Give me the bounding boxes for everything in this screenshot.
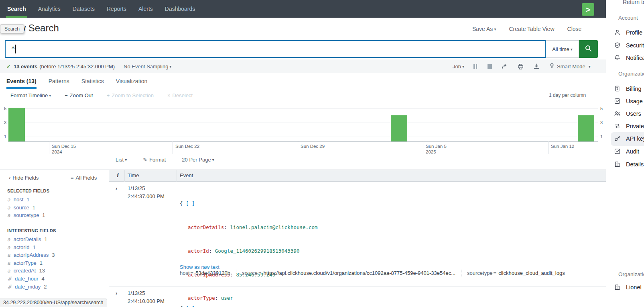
export-button[interactable] — [533, 63, 540, 70]
time-range-label: All time — [552, 46, 569, 52]
results-tabs: Events (13) Patterns Statistics Visualiz… — [0, 73, 606, 89]
usage-chart-icon — [614, 98, 621, 104]
menu-item-profile[interactable]: Profile — [614, 29, 642, 36]
nav-item-search[interactable]: Search — [7, 0, 26, 18]
building-icon — [614, 161, 621, 168]
meta-source-value[interactable]: https://api.clickhouse.cloud/v1/organiza… — [264, 270, 455, 276]
y-tick-label-right: 5 — [600, 106, 606, 111]
y-tick-label: 1 — [1, 134, 6, 139]
field-item-host[interactable]: ahost1 — [7, 196, 45, 204]
create-table-view-button[interactable]: Create Table View — [509, 26, 554, 32]
event-sampling-dropdown[interactable]: No Event Sampling▾ — [124, 63, 171, 70]
timeline-bar[interactable] — [578, 115, 594, 141]
menu-item-notifications[interactable]: Notifications — [614, 54, 644, 61]
nav-item-alerts[interactable]: Alerts — [138, 0, 153, 18]
search-query-input[interactable]: * — [5, 40, 546, 58]
app-nav: Search Analytics Datasets Reports Alerts… — [0, 0, 606, 18]
tab-patterns[interactable]: Patterns — [49, 73, 69, 89]
field-item-source[interactable]: asource1 — [7, 204, 45, 212]
menu-item-details[interactable]: Details — [614, 161, 644, 168]
caret-down-icon: ▾ — [212, 158, 214, 162]
tab-visualization[interactable]: Visualization — [116, 73, 147, 89]
nav-label: Analytics — [38, 6, 61, 12]
print-button[interactable] — [517, 63, 524, 70]
building-icon — [614, 284, 621, 291]
tab-events[interactable]: Events (13) — [6, 73, 37, 89]
nav-label: Dashboards — [165, 6, 195, 12]
list-view-dropdown[interactable]: List▾ — [116, 157, 127, 163]
nav-item-reports[interactable]: Reports — [107, 0, 126, 18]
expand-row-icon[interactable]: › — [116, 290, 117, 296]
events-table-header: i Time Event — [109, 170, 606, 182]
expand-row-icon[interactable]: › — [116, 185, 117, 191]
hide-fields-button[interactable]: ‹Hide Fields — [9, 175, 39, 181]
nav-label: Reports — [107, 6, 126, 12]
menu-item-usage[interactable]: Usage — [614, 98, 643, 104]
event-count: 13 events — [14, 63, 37, 70]
time-range-picker[interactable]: All time▾ — [546, 40, 579, 58]
row-divider — [109, 286, 606, 287]
splunk-logo-icon[interactable]: > — [582, 3, 594, 16]
per-page-dropdown[interactable]: 20 Per Page▾ — [182, 157, 214, 163]
format-timeline-dropdown[interactable]: Format Timeline▾ — [10, 92, 51, 98]
collapse-json-link[interactable]: [-] — [186, 201, 195, 207]
menu-item-private-endpoints[interactable]: Private — [614, 123, 644, 129]
event-count-range: (before 1/13/25 2:45:32.000 PM) — [39, 63, 115, 70]
tab-statistics[interactable]: Statistics — [81, 73, 104, 89]
nav-item-dashboards[interactable]: Dashboards — [165, 0, 195, 18]
field-item-createdAt[interactable]: acreatedAt13 — [7, 267, 55, 275]
nav-item-datasets[interactable]: Datasets — [73, 0, 95, 18]
field-item-date_hour[interactable]: #date_hour4 — [7, 275, 55, 283]
users-icon — [614, 110, 621, 117]
search-mode-dropdown[interactable]: Smart Mode ▾ — [549, 63, 591, 70]
gridline — [8, 137, 598, 137]
event-time: 1/13/252:44:37.000 PM — [128, 184, 165, 201]
field-item-actorId[interactable]: aactorId1 — [7, 244, 55, 252]
menu-item-security[interactable]: Security — [614, 42, 644, 49]
close-button[interactable]: Close — [567, 26, 582, 32]
column-divider — [124, 170, 125, 182]
save-as-button[interactable]: Save As▾ — [472, 26, 496, 32]
x-tick — [173, 141, 173, 154]
y-tick-label-right: 3 — [600, 120, 606, 125]
field-item-actorIpAddress[interactable]: aactorIpAddress3 — [7, 251, 55, 259]
gridline — [8, 108, 598, 109]
stop-button[interactable] — [488, 64, 492, 69]
menu-item-audit[interactable]: Audit — [614, 148, 639, 155]
field-item-sourcetype[interactable]: asourcetype1 — [7, 211, 45, 219]
search-mode-label: Smart Mode — [557, 63, 585, 70]
return-to-link[interactable]: Return to — [623, 0, 644, 5]
x-icon: × — [167, 92, 171, 98]
nav-label: Search — [7, 6, 26, 12]
x-axis-line — [8, 141, 598, 142]
screen: Search Analytics Datasets Reports Alerts… — [0, 0, 644, 307]
zoom-to-selection-button[interactable]: +Zoom to Selection — [107, 92, 154, 98]
job-menu[interactable]: Job▾ — [453, 63, 464, 70]
pause-button[interactable] — [473, 64, 478, 69]
share-button[interactable] — [501, 63, 508, 70]
all-fields-button[interactable]: ≡All Fields — [71, 175, 97, 181]
search-submit-button[interactable] — [579, 40, 598, 58]
menu-item-organization-lionel[interactable]: Lionel — [614, 284, 642, 291]
menu-item-users[interactable]: Users — [614, 110, 641, 117]
person-icon — [614, 29, 621, 36]
menu-item-api-keys[interactable]: API keys — [614, 135, 644, 142]
list-label: List — [116, 157, 124, 163]
collapse-json-link[interactable]: [-] — [186, 305, 195, 307]
field-item-date_mday[interactable]: #date_mday2 — [7, 283, 55, 291]
events-timeline-chart: 5 3 1 5 3 1 Sun Dec 152024 Sun Dec 22 Su… — [0, 105, 606, 158]
deselect-button[interactable]: ×Deselect — [167, 92, 193, 98]
splunk-search-window: Search Analytics Datasets Reports Alerts… — [0, 0, 606, 307]
timeline-bar[interactable] — [8, 108, 25, 141]
format-dropdown[interactable]: ✎Format — [143, 157, 166, 163]
zoom-out-button[interactable]: −Zoom Out — [65, 92, 93, 98]
nav-item-analytics[interactable]: Analytics — [38, 0, 61, 18]
timeline-bar[interactable] — [391, 115, 407, 141]
meta-host-label: host — [180, 270, 190, 276]
field-item-actorType[interactable]: aactorType1 — [7, 259, 55, 267]
meta-host-value[interactable]: 53de4339120b — [195, 270, 230, 276]
show-raw-text-link[interactable]: Show as raw text — [180, 264, 219, 270]
meta-sourcetype-value[interactable]: clickhouse_cloud_audit_logs — [498, 270, 565, 276]
field-item-actorDetails[interactable]: aactorDetails1 — [7, 235, 55, 244]
menu-item-billing[interactable]: Billing — [614, 85, 642, 92]
